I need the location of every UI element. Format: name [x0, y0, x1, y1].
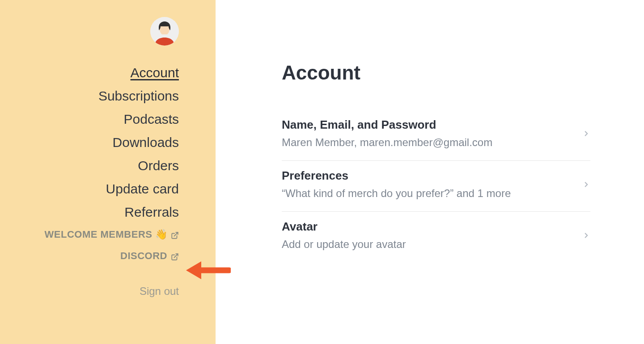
avatar[interactable] [150, 17, 179, 46]
settings-row-text: Avatar Add or update your avatar [282, 220, 406, 251]
settings-list: Name, Email, and Password Maren Member, … [282, 110, 590, 262]
settings-row-subtitle: Add or update your avatar [282, 238, 406, 251]
settings-row-subtitle: Maren Member, maren.member@gmail.com [282, 136, 492, 149]
chevron-right-icon [582, 231, 590, 239]
settings-row-text: Name, Email, and Password Maren Member, … [282, 118, 492, 149]
external-link-icon [171, 252, 179, 260]
wave-emoji-icon: 👋 [155, 229, 168, 240]
settings-row-subtitle: “What kind of merch do you prefer?” and … [282, 187, 511, 200]
sidebar-item-orders[interactable]: Orders [138, 159, 179, 172]
sidebar: Account Subscriptions Podcasts Downloads… [0, 0, 216, 344]
sidebar-item-podcasts[interactable]: Podcasts [124, 113, 179, 126]
sidebar-item-downloads[interactable]: Downloads [113, 136, 179, 149]
settings-row-avatar[interactable]: Avatar Add or update your avatar [282, 212, 590, 262]
sidebar-item-update-card[interactable]: Update card [106, 182, 179, 196]
settings-row-title: Name, Email, and Password [282, 118, 492, 132]
page-title: Account [282, 62, 644, 84]
sign-out-link[interactable]: Sign out [140, 285, 179, 298]
svg-line-2 [174, 254, 178, 257]
settings-row-text: Preferences “What kind of merch do you p… [282, 169, 511, 200]
sidebar-item-subscriptions[interactable]: Subscriptions [98, 89, 179, 103]
chevron-right-icon [582, 180, 590, 189]
external-link-label: DISCORD [120, 250, 167, 262]
sidebar-external-welcome-members[interactable]: WELCOME MEMBERS 👋 [45, 229, 179, 240]
settings-row-title: Avatar [282, 220, 406, 234]
settings-row-preferences[interactable]: Preferences “What kind of merch do you p… [282, 161, 590, 212]
sidebar-nav: Account Subscriptions Podcasts Downloads… [45, 66, 179, 298]
sidebar-external-discord[interactable]: DISCORD [120, 250, 179, 262]
external-link-icon [171, 231, 179, 239]
main-content: Account Name, Email, and Password Maren … [216, 0, 644, 344]
app-root: Account Subscriptions Podcasts Downloads… [0, 0, 644, 344]
avatar-illustration [150, 17, 179, 46]
svg-line-1 [174, 232, 178, 236]
sidebar-item-referrals[interactable]: Referrals [124, 206, 179, 219]
sidebar-item-account[interactable]: Account [131, 66, 179, 80]
chevron-right-icon [582, 130, 590, 138]
settings-row-name-email-password[interactable]: Name, Email, and Password Maren Member, … [282, 110, 590, 161]
settings-row-title: Preferences [282, 169, 511, 183]
external-link-label: WELCOME MEMBERS [45, 229, 153, 240]
